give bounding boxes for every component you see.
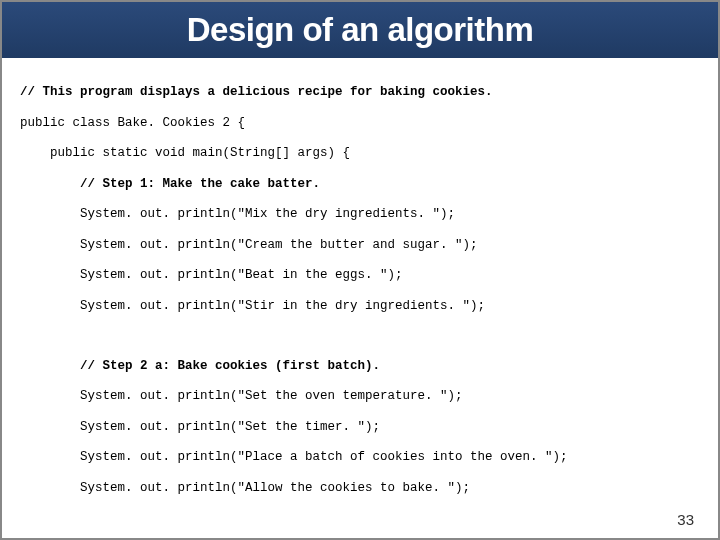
code-line: System. out. println("Set the oven tempe… — [20, 389, 700, 404]
code-line: System. out. println("Allow the cookies … — [20, 481, 700, 496]
code-line: public static void main(String[] args) { — [20, 146, 700, 161]
code-step-2a-comment: // Step 2 a: Bake cookies (first batch). — [20, 359, 700, 374]
page-number: 33 — [677, 511, 694, 528]
code-step-1-comment: // Step 1: Make the cake batter. — [20, 177, 700, 192]
code-line: System. out. println("Beat in the eggs. … — [20, 268, 700, 283]
code-line: System. out. println("Stir in the dry in… — [20, 299, 700, 314]
title-bar: Design of an algorithm — [2, 2, 718, 58]
code-block: // This program displays a delicious rec… — [2, 58, 718, 540]
code-gap — [20, 511, 700, 525]
code-line: public class Bake. Cookies 2 { — [20, 116, 700, 131]
code-gap — [20, 329, 700, 343]
code-comment-top: // This program displays a delicious rec… — [20, 85, 700, 100]
slide-title: Design of an algorithm — [187, 11, 534, 49]
code-line: System. out. println("Set the timer. "); — [20, 420, 700, 435]
code-line: System. out. println("Place a batch of c… — [20, 450, 700, 465]
code-line: System. out. println("Mix the dry ingred… — [20, 207, 700, 222]
code-line: System. out. println("Cream the butter a… — [20, 238, 700, 253]
